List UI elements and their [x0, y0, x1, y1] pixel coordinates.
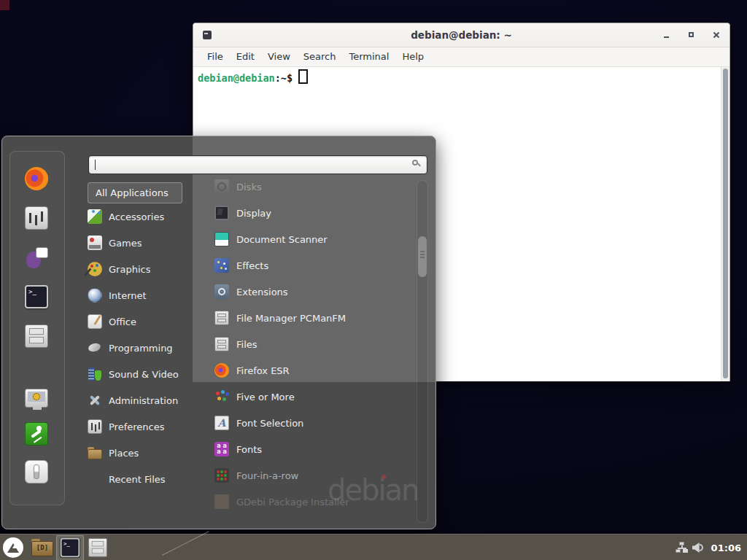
application-item[interactable]: Display	[214, 200, 413, 226]
application-item[interactable]: Document Scanner	[214, 226, 413, 252]
maximize-button[interactable]	[687, 31, 696, 39]
display-icon	[214, 206, 229, 220]
desktop: debian@debian: ~ File Edit View Search T…	[0, 0, 747, 560]
application-label: Font Selection	[236, 418, 303, 429]
screen-corner-artifact	[0, 0, 9, 10]
file-cabinet-icon[interactable]	[25, 324, 48, 348]
category-item[interactable]: Sound & Video	[88, 361, 197, 387]
effects-icon	[214, 258, 229, 273]
search-input[interactable]	[88, 155, 427, 174]
file-cabinet-icon	[88, 538, 107, 557]
folder-icon: [D]	[31, 539, 53, 556]
category-label: Places	[109, 448, 139, 459]
category-item[interactable]: Internet	[88, 282, 197, 308]
terminal-scrollbar[interactable]	[721, 67, 729, 381]
category-item[interactable]: Preferences	[88, 413, 197, 440]
application-label: Effects	[236, 260, 268, 271]
application-label: GDebi Package Installer	[236, 497, 349, 508]
session-buttons	[25, 387, 48, 483]
file-manager-icon	[214, 311, 229, 325]
application-item[interactable]: Four-in-a-row	[214, 462, 413, 489]
menubar-item[interactable]: File	[201, 47, 230, 66]
five-or-more-icon	[214, 389, 229, 404]
category-label: Accessories	[109, 211, 164, 222]
category-label: Sound & Video	[109, 369, 179, 380]
window-controls	[662, 23, 721, 47]
category-item[interactable]: Places	[88, 440, 197, 466]
application-item[interactable]: Disks	[214, 174, 413, 200]
category-item[interactable]: Recent Files	[88, 466, 197, 492]
lock-screen-icon[interactable]	[25, 389, 48, 408]
application-item[interactable]: Fonts	[214, 436, 413, 462]
category-list: Accessories Games Graphics Internet	[88, 203, 197, 492]
window-title: debian@debian: ~	[193, 29, 729, 41]
preferences-icon	[88, 419, 102, 434]
category-item[interactable]: Administration	[88, 387, 197, 413]
document-scanner-icon	[214, 232, 229, 246]
category-label: Preferences	[109, 421, 164, 432]
category-item[interactable]: Office	[88, 308, 197, 335]
terminal-titlebar[interactable]: debian@debian: ~	[193, 23, 729, 47]
menubar-item[interactable]: Search	[297, 47, 343, 66]
four-in-a-row-icon	[214, 468, 229, 483]
text-caret	[95, 160, 96, 170]
system-tray: 01:06	[676, 534, 744, 560]
application-label: Five or More	[236, 392, 295, 402]
clock[interactable]: 01:06	[711, 542, 741, 553]
file-manager-launcher[interactable]: [D]	[28, 535, 56, 560]
terminal-icon[interactable]	[25, 285, 48, 308]
menu-button[interactable]	[3, 537, 23, 558]
application-label: Fonts	[236, 444, 262, 455]
application-item[interactable]: GDebi Package Installer	[214, 489, 413, 515]
font-selection-icon	[214, 416, 229, 430]
application-label: Extensions	[236, 287, 288, 298]
places-icon	[88, 446, 102, 460]
application-item[interactable]: Extensions	[214, 279, 413, 305]
category-item[interactable]: Programming	[88, 335, 197, 361]
application-list-scrollbar-thumb[interactable]	[418, 236, 427, 277]
logout-icon[interactable]	[25, 422, 48, 446]
terminal-scrollbar-thumb[interactable]	[723, 69, 728, 378]
prompt-suffix: :~$	[275, 72, 293, 84]
favorites-list	[25, 167, 48, 348]
close-button[interactable]	[712, 31, 721, 39]
application-item[interactable]: Effects	[214, 252, 413, 279]
firefox-icon[interactable]	[25, 167, 48, 190]
all-applications-label: All Applications	[96, 187, 169, 198]
terminal-cursor	[298, 69, 308, 84]
menubar-item[interactable]: Terminal	[342, 47, 395, 66]
category-item[interactable]: Accessories	[88, 203, 197, 230]
network-icon[interactable]	[676, 542, 688, 553]
programming-icon	[88, 341, 102, 355]
volume-icon[interactable]	[692, 542, 705, 553]
prompt-user-host: debian@debian	[198, 72, 275, 84]
application-list: Disks Display Document Scanner Effects	[214, 174, 413, 515]
application-item[interactable]: Font Selection	[214, 410, 413, 436]
all-applications-button[interactable]: All Applications	[88, 182, 182, 203]
files-launcher[interactable]	[84, 535, 112, 560]
files-icon	[214, 337, 229, 351]
category-label: Programming	[109, 343, 173, 354]
category-label: Games	[109, 238, 142, 249]
menu-search	[88, 155, 427, 174]
pidgin-icon[interactable]	[25, 246, 48, 269]
category-item[interactable]: Games	[88, 230, 197, 256]
minimize-button[interactable]	[662, 31, 671, 39]
application-item[interactable]: Five or More	[214, 384, 413, 410]
menubar-item[interactable]: View	[261, 47, 297, 66]
taskbar: [D] 01:06	[0, 534, 747, 560]
taskbar-launchers: [D]	[0, 534, 112, 560]
terminal-icon	[61, 538, 80, 557]
application-item[interactable]: Firefox ESR	[214, 357, 413, 384]
internet-icon	[88, 288, 102, 303]
application-list-scrollbar[interactable]	[417, 180, 428, 523]
category-item[interactable]: Graphics	[88, 256, 197, 282]
terminal-taskbar-button[interactable]	[56, 535, 84, 560]
application-item[interactable]: Files	[214, 331, 413, 357]
control-panel-icon[interactable]	[25, 206, 48, 230]
application-item[interactable]: File Manager PCManFM	[214, 305, 413, 331]
menubar-item[interactable]: Help	[395, 47, 430, 66]
menubar-item[interactable]: Edit	[230, 47, 261, 66]
shutdown-icon[interactable]	[25, 460, 48, 483]
shell-prompt: debian@debian:~$	[193, 67, 729, 86]
